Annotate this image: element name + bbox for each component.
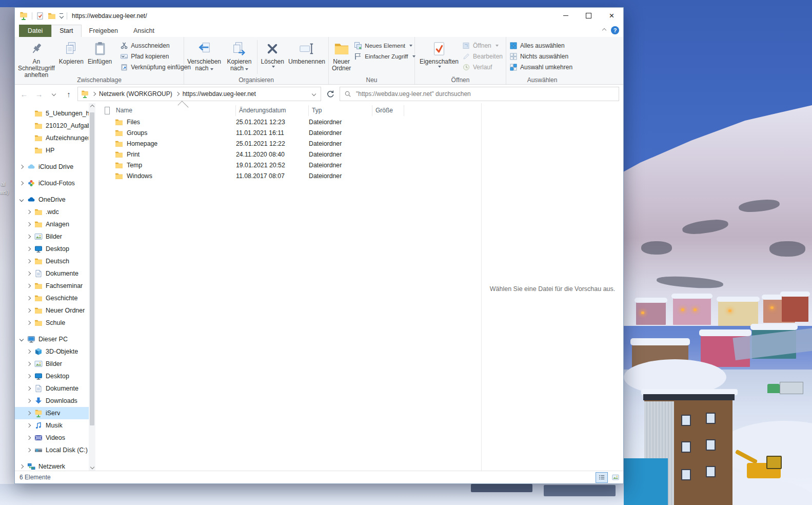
sidebar-item-iserv[interactable]: iServ <box>15 407 95 419</box>
collapse-ribbon-icon[interactable] <box>602 28 606 32</box>
sidebar-item-videos[interactable]: Videos <box>15 432 95 444</box>
select-all-button[interactable]: Alles auswählen <box>509 41 572 50</box>
chevron-down-icon[interactable] <box>19 198 24 202</box>
select-none-button[interactable]: Nichts auswählen <box>509 52 572 61</box>
sidebar-item-pictures[interactable]: Bilder <box>15 358 95 370</box>
sidebar-item-onedrive[interactable]: OneDrive <box>15 193 95 206</box>
easy-access-button[interactable]: Einfacher Zugriff <box>354 52 415 61</box>
sidebar-item-folder[interactable]: Schule <box>15 317 95 329</box>
tab-view[interactable]: Ansicht <box>126 25 162 37</box>
sidebar-item-3d-objects[interactable]: 3D-Objekte <box>15 345 95 358</box>
new-folder-button[interactable]: Neuer Ordner <box>330 38 353 73</box>
chevron-right-icon[interactable] <box>27 321 31 325</box>
history-button[interactable]: Verlauf <box>462 63 503 72</box>
tab-home[interactable]: Start <box>51 25 81 37</box>
sidebar-item-folder[interactable]: Geschichte <box>15 292 95 304</box>
details-view-toggle[interactable] <box>596 472 608 483</box>
chevron-right-icon[interactable] <box>27 411 31 415</box>
sidebar-item-folder[interactable]: Fachseminar <box>15 280 95 292</box>
chevron-right-icon[interactable] <box>27 235 31 239</box>
maximize-button[interactable] <box>577 8 600 24</box>
back-button[interactable]: ← <box>18 88 30 100</box>
file-row[interactable]: Files 25.01.2021 12:23 Dateiordner <box>102 116 481 127</box>
chevron-right-icon[interactable] <box>19 165 24 169</box>
copy-button[interactable]: Kopieren <box>57 38 86 66</box>
new-item-button[interactable]: Neues Element <box>354 41 415 50</box>
chevron-right-icon[interactable] <box>27 284 31 288</box>
sidebar-item-desktop[interactable]: Desktop <box>15 243 95 255</box>
file-row[interactable]: Windows 11.08.2017 08:07 Dateiordner <box>102 170 481 181</box>
sidebar-item-folder[interactable]: Anlagen <box>15 218 95 230</box>
recent-locations-dropdown[interactable] <box>48 88 60 100</box>
close-button[interactable]: × <box>600 8 623 24</box>
chevron-right-icon[interactable] <box>27 210 31 214</box>
cut-button[interactable]: Ausschneiden <box>120 41 191 50</box>
breadcrumb-current[interactable]: https://webdav.ueg-leer.net <box>183 90 256 98</box>
sidebar-item-icloud-drive[interactable]: iCloud Drive <box>15 161 95 173</box>
sidebar-item-folder[interactable]: Deutsch <box>15 255 95 267</box>
new-folder-quick-icon[interactable] <box>48 12 56 20</box>
customize-quick-access-dropdown-icon[interactable] <box>60 13 63 18</box>
sidebar-item-folder[interactable]: 5_Uebungen_ho <box>15 107 95 120</box>
sidebar-item-this-pc[interactable]: Dieser PC <box>15 333 95 345</box>
open-button[interactable]: Öffnen <box>462 41 503 50</box>
chevron-right-icon[interactable] <box>27 308 31 313</box>
move-to-button[interactable]: Verschieben nach <box>185 38 223 73</box>
select-all-checkbox[interactable] <box>105 107 110 114</box>
tab-file[interactable]: Datei <box>19 25 51 37</box>
sidebar-item-folder[interactable]: .wdc <box>15 206 95 218</box>
sidebar-item-music[interactable]: Musik <box>15 419 95 432</box>
breadcrumb-network[interactable]: Netzwerk (WORKGROUP) <box>99 90 172 98</box>
address-dropdown-icon[interactable] <box>312 92 316 96</box>
paste-button[interactable]: Einfügen <box>86 38 114 66</box>
help-button[interactable]: ? <box>611 26 619 34</box>
paste-shortcut-button[interactable]: Verknüpfung einfügen <box>120 63 191 72</box>
column-header-size[interactable]: Größe <box>372 105 404 116</box>
breadcrumb-chevron-icon[interactable] <box>175 92 179 96</box>
scrollbar-thumb[interactable] <box>90 112 94 425</box>
sidebar-item-folder[interactable]: Neuer Ordner <box>15 304 95 317</box>
chevron-right-icon[interactable] <box>27 436 31 440</box>
minimize-button[interactable] <box>554 8 577 24</box>
properties-quick-icon[interactable] <box>36 12 44 20</box>
search-box[interactable] <box>340 87 619 101</box>
copy-to-button[interactable]: Kopieren nach <box>223 38 255 73</box>
tab-share[interactable]: Freigeben <box>82 25 126 37</box>
search-input[interactable] <box>355 90 615 98</box>
sidebar-item-downloads[interactable]: Downloads <box>15 395 95 407</box>
sidebar-item-network[interactable]: Netzwerk <box>15 460 95 471</box>
chevron-right-icon[interactable] <box>19 464 24 469</box>
sidebar-scrollbar[interactable] <box>89 103 95 471</box>
edit-button[interactable]: Bearbeiten <box>462 52 503 61</box>
sidebar-item-icloud-fotos[interactable]: iCloud-Fotos <box>15 177 95 189</box>
chevron-right-icon[interactable] <box>19 181 24 185</box>
breadcrumb-chevron-icon[interactable] <box>92 92 96 96</box>
sidebar-item-local-disk-c[interactable]: Local Disk (C:) <box>15 444 95 456</box>
sidebar-item-pictures[interactable]: Bilder <box>15 230 95 243</box>
chevron-right-icon[interactable] <box>27 222 31 226</box>
chevron-right-icon[interactable] <box>27 349 31 354</box>
chevron-right-icon[interactable] <box>27 374 31 378</box>
chevron-right-icon[interactable] <box>27 399 31 403</box>
address-breadcrumb[interactable]: Netzwerk (WORKGROUP) https://webdav.ueg-… <box>77 87 321 101</box>
column-header-date[interactable]: Änderungsdatum <box>236 105 309 116</box>
scroll-down-icon[interactable] <box>89 463 95 471</box>
chevron-right-icon[interactable] <box>27 247 31 251</box>
rename-button[interactable]: Umbenennen <box>286 38 327 66</box>
properties-button[interactable]: Eigenschaften <box>416 38 462 69</box>
scroll-up-icon[interactable] <box>89 103 95 110</box>
chevron-right-icon[interactable] <box>27 259 31 263</box>
column-header-name[interactable]: Name <box>113 105 236 116</box>
chevron-right-icon[interactable] <box>27 423 31 428</box>
chevron-right-icon[interactable] <box>27 448 31 452</box>
file-row[interactable]: Homepage 25.01.2021 12:22 Dateiordner <box>102 138 481 149</box>
sidebar-item-documents[interactable]: Dokumente <box>15 267 95 280</box>
chevron-right-icon[interactable] <box>27 362 31 366</box>
refresh-button[interactable] <box>324 87 337 101</box>
sidebar-item-folder[interactable]: 210120_Aufgabe <box>15 120 95 132</box>
chevron-right-icon[interactable] <box>27 271 31 276</box>
sidebar-item-desktop[interactable]: Desktop <box>15 370 95 382</box>
chevron-down-icon[interactable] <box>19 337 24 341</box>
sidebar-item-documents[interactable]: Dokumente <box>15 382 95 395</box>
up-button[interactable]: ↑ <box>63 88 75 100</box>
